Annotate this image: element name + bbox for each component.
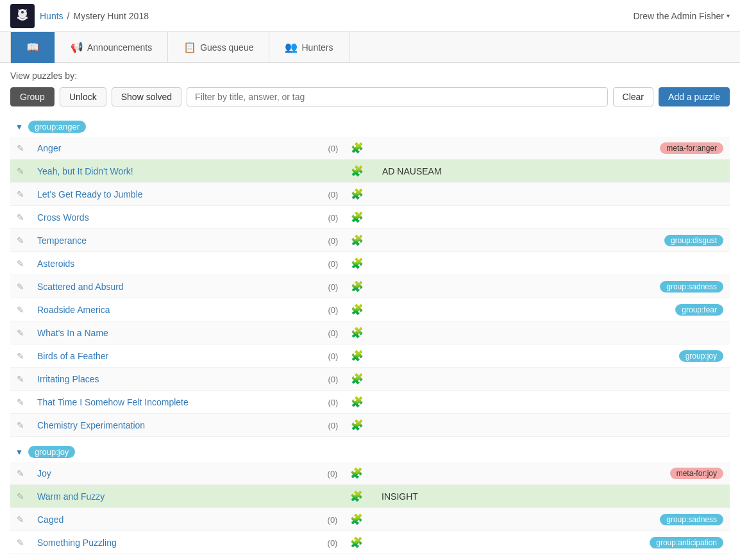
svg-line-4 <box>25 10 27 11</box>
group-header-joy[interactable]: ▼ group:joy <box>10 442 730 462</box>
edit-icon[interactable]: ✎ <box>17 235 24 246</box>
puzzle-link[interactable]: Joy <box>37 468 51 479</box>
add-puzzle-button[interactable]: Add a puzzle <box>659 87 730 106</box>
table-row: ✎Anger(0)🧩meta-for:anger <box>10 137 730 160</box>
hunters-icon: 👥 <box>285 41 298 53</box>
puzzle-icon[interactable]: 🧩 <box>350 537 363 548</box>
filter-input[interactable] <box>187 87 607 106</box>
guess-count: (0) <box>328 375 338 384</box>
announcements-icon: 📢 <box>71 41 83 53</box>
puzzle-link[interactable]: Anger <box>37 143 61 153</box>
puzzle-tag[interactable]: group:fear <box>675 304 723 316</box>
puzzle-link[interactable]: Cross Words <box>37 212 89 223</box>
edit-icon[interactable]: ✎ <box>17 351 24 361</box>
view-by-label: View puzzles by: <box>10 71 730 81</box>
puzzle-table-anger: ✎Anger(0)🧩meta-for:anger✎Yeah, but It Di… <box>10 137 730 437</box>
edit-icon[interactable]: ✎ <box>17 189 24 199</box>
guess-count: (0) <box>328 236 338 246</box>
puzzle-icon[interactable]: 🧩 <box>351 420 364 430</box>
puzzle-link[interactable]: Caged <box>37 514 63 525</box>
svg-point-2 <box>21 11 24 13</box>
puzzle-tag[interactable]: group:sadness <box>660 514 723 525</box>
puzzle-icon[interactable]: 🧩 <box>350 468 363 479</box>
edit-icon[interactable]: ✎ <box>17 514 24 525</box>
puzzle-icon[interactable]: 🧩 <box>351 373 364 384</box>
puzzle-icon[interactable]: 🧩 <box>351 304 364 315</box>
edit-icon[interactable]: ✎ <box>17 491 24 502</box>
puzzle-answer: INSIGHT <box>382 491 418 502</box>
edit-icon[interactable]: ✎ <box>17 212 24 223</box>
group-button[interactable]: Group <box>10 87 55 106</box>
puzzle-tag[interactable]: group:joy <box>679 350 723 362</box>
edit-icon[interactable]: ✎ <box>17 328 24 338</box>
table-row: ✎What's In a Name(0)🧩 <box>10 321 730 344</box>
table-row: ✎Let's Get Ready to Jumble(0)🧩 <box>10 183 730 206</box>
puzzle-link[interactable]: Asteroids <box>37 259 74 269</box>
main-content: View puzzles by: Group Unlock Show solve… <box>0 63 740 560</box>
edit-icon[interactable]: ✎ <box>17 166 24 176</box>
puzzle-tag[interactable]: group:disgust <box>664 235 723 246</box>
puzzle-icon[interactable]: 🧩 <box>350 514 363 525</box>
guess-count: (0) <box>328 469 338 479</box>
edit-icon[interactable]: ✎ <box>17 143 24 153</box>
edit-icon[interactable]: ✎ <box>17 305 24 315</box>
puzzle-icon[interactable]: 🧩 <box>350 491 363 502</box>
edit-icon[interactable]: ✎ <box>17 397 24 407</box>
hunts-link[interactable]: Hunts <box>40 11 63 21</box>
puzzle-icon[interactable]: 🧩 <box>351 396 364 407</box>
puzzle-tag[interactable]: group:anticipation <box>650 537 723 548</box>
table-row: ✎Temperance(0)🧩group:disgust <box>10 229 730 252</box>
puzzle-icon[interactable]: 🧩 <box>351 189 364 199</box>
edit-icon[interactable]: ✎ <box>17 259 24 269</box>
nav-item-guess-queue[interactable]: 📋 Guess queue <box>168 32 269 63</box>
unlock-button[interactable]: Unlock <box>60 87 106 106</box>
puzzle-icon[interactable]: 🧩 <box>351 142 364 153</box>
edit-icon[interactable]: ✎ <box>17 468 24 479</box>
logo[interactable] <box>10 4 35 28</box>
clear-button[interactable]: Clear <box>613 87 653 106</box>
puzzle-link[interactable]: Let's Get Ready to Jumble <box>37 189 143 199</box>
svg-rect-1 <box>17 17 28 19</box>
guess-queue-icon: 📋 <box>183 41 196 53</box>
puzzle-icon[interactable]: 🧩 <box>351 258 364 269</box>
puzzle-link[interactable]: Temperance <box>37 235 87 246</box>
edit-icon[interactable]: ✎ <box>17 420 24 430</box>
puzzle-link[interactable]: That Time I Somehow Felt Incomplete <box>37 397 189 407</box>
edit-icon[interactable]: ✎ <box>17 538 24 548</box>
puzzle-link[interactable]: Something Puzzling <box>37 538 117 548</box>
table-row: ✎Cross Words(0)🧩 <box>10 206 730 229</box>
puzzle-link[interactable]: Chemistry Experimentation <box>37 420 145 430</box>
secondary-nav: 📖 📢 Announcements 📋 Guess queue 👥 Hunter… <box>0 32 740 63</box>
puzzle-tag[interactable]: meta-for:anger <box>660 142 723 154</box>
table-row: ✎That Time I Somehow Felt Incomplete(0)🧩 <box>10 391 730 414</box>
puzzle-icon[interactable]: 🧩 <box>351 165 364 176</box>
show-solved-button[interactable]: Show solved <box>112 87 181 106</box>
puzzle-table-joy: ✎Joy(0)🧩meta-for:joy✎Warm and Fuzzy🧩INSI… <box>10 462 730 554</box>
table-row: ✎Chemistry Experimentation(0)🧩 <box>10 414 730 437</box>
puzzle-link[interactable]: Yeah, but It Didn't Work! <box>37 166 133 176</box>
puzzle-icon[interactable]: 🧩 <box>351 235 364 246</box>
puzzle-tag[interactable]: meta-for:joy <box>670 468 723 479</box>
nav-item-hunters[interactable]: 👥 Hunters <box>269 32 349 63</box>
puzzle-icon[interactable]: 🧩 <box>351 281 364 292</box>
edit-icon[interactable]: ✎ <box>17 374 24 384</box>
puzzle-link[interactable]: Birds of a Feather <box>37 351 108 361</box>
puzzle-tag[interactable]: group:sadness <box>660 281 723 293</box>
edit-icon[interactable]: ✎ <box>17 282 24 292</box>
puzzle-link[interactable]: Irritating Places <box>37 374 99 384</box>
group-header-anger[interactable]: ▼ group:anger <box>10 117 730 137</box>
puzzle-link[interactable]: Warm and Fuzzy <box>37 491 105 502</box>
puzzle-link[interactable]: What's In a Name <box>37 328 108 338</box>
hunt-name: Mystery Hunt 2018 <box>73 11 149 21</box>
puzzle-icon[interactable]: 🧩 <box>351 327 364 338</box>
nav-item-announcements[interactable]: 📢 Announcements <box>55 32 168 63</box>
group-section-joy: ▼ group:joy ✎Joy(0)🧩meta-for:joy✎Warm an… <box>10 442 730 554</box>
breadcrumb: Hunts / Mystery Hunt 2018 <box>40 11 149 21</box>
puzzle-icon[interactable]: 🧩 <box>351 350 364 361</box>
puzzle-link[interactable]: Scattered and Absurd <box>37 282 124 292</box>
group-badge-joy: group:joy <box>28 446 75 458</box>
nav-item-book[interactable]: 📖 <box>10 32 55 63</box>
user-menu[interactable]: Drew the Admin Fisher ▾ <box>633 11 730 21</box>
puzzle-link[interactable]: Roadside America <box>37 305 110 315</box>
puzzle-icon[interactable]: 🧩 <box>351 212 364 223</box>
